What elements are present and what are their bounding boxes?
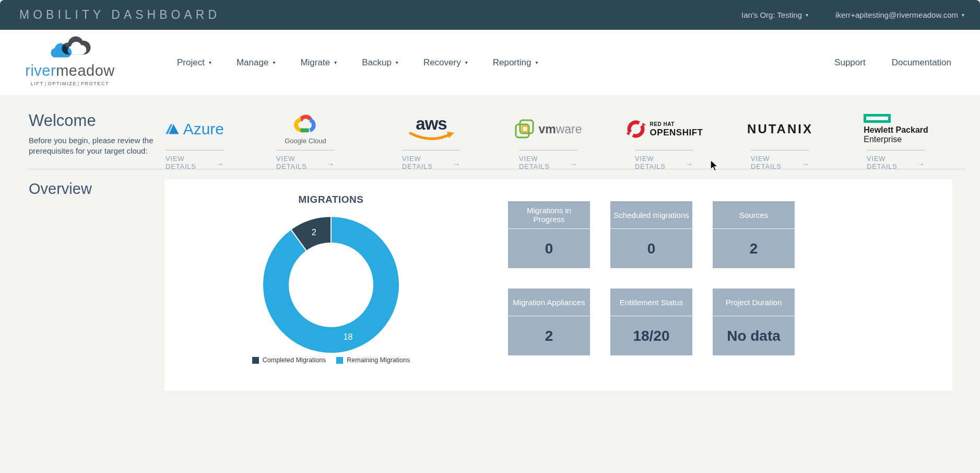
- section-divider: [29, 169, 966, 169]
- openshift-ring-icon: [625, 119, 646, 140]
- stat-card-migrations-in-progress: Migrations in Progress 0: [508, 201, 590, 268]
- hpe-view-details-link[interactable]: VIEW DETAILS →: [867, 150, 925, 170]
- chevron-down-icon: ▾: [396, 60, 398, 65]
- arrow-right-icon: →: [685, 158, 693, 167]
- provider-azure: Azure VIEW DETAILS →: [166, 108, 224, 170]
- stat-card-sources: Sources 2: [713, 201, 795, 268]
- hpe-logo-text: Enterprise: [864, 135, 902, 144]
- nav-menu-recovery[interactable]: Recovery▾: [423, 57, 468, 68]
- arrow-right-icon: →: [216, 158, 224, 167]
- nav-link-support[interactable]: Support: [834, 57, 866, 68]
- donut-value-label-0: 2: [312, 228, 316, 237]
- arrow-right-icon: →: [569, 158, 577, 167]
- provider-hpe: Hewlett Packard Enterprise VIEW DETAILS …: [867, 108, 925, 170]
- provider-redhat-openshift: RED HAT OPENSHIFT VIEW DETAILS →: [635, 108, 693, 170]
- aws-logo-text: aws: [416, 117, 446, 131]
- vmware-view-details-link[interactable]: VIEW DETAILS →: [519, 150, 577, 170]
- google-cloud-view-details-link[interactable]: VIEW DETAILS →: [276, 150, 335, 170]
- openshift-logo-text: OPENSHIFT: [650, 128, 703, 137]
- chevron-down-icon: ▾: [209, 60, 211, 65]
- legend-swatch-remaining: [336, 357, 343, 364]
- hpe-logo-icon: Hewlett Packard Enterprise: [867, 108, 925, 150]
- provider-nutanix: NUTANIX VIEW DETAILS →: [751, 108, 809, 170]
- google-cloud-logo-icon: Google Cloud: [276, 108, 335, 150]
- navbar: rivermeadow LIFT|OPTIMIZE|PROTECT Projec…: [0, 30, 980, 95]
- provider-google-cloud: Google Cloud VIEW DETAILS →: [276, 108, 335, 170]
- aws-view-details-link[interactable]: VIEW DETAILS →: [402, 150, 461, 170]
- vmware-boxes-icon: [514, 119, 535, 140]
- topbar-right: Ian's Org: Testing ▾ ikerr+apitesting@ri…: [741, 10, 964, 19]
- stat-value: 2: [508, 316, 590, 355]
- redhat-openshift-view-details-link[interactable]: VIEW DETAILS →: [635, 150, 693, 170]
- org-menu[interactable]: Ian's Org: Testing ▾: [741, 10, 808, 19]
- chart-legend: Completed Migrations Remaining Migration…: [227, 356, 435, 364]
- arrow-right-icon: →: [917, 158, 925, 167]
- hpe-rect-icon: [864, 114, 891, 123]
- aws-smile-icon: [408, 131, 454, 142]
- nutanix-view-details-link[interactable]: VIEW DETAILS →: [751, 150, 809, 170]
- azure-view-details-link[interactable]: VIEW DETAILS →: [166, 150, 224, 170]
- stat-card-project-duration: Project Duration No data: [713, 289, 795, 355]
- rivermeadow-cloud-icon: [47, 32, 93, 63]
- user-menu-label: ikerr+apitesting@rivermeadow.com: [835, 10, 958, 19]
- topbar: MOBILITY DASHBOARD Ian's Org: Testing ▾ …: [0, 0, 980, 30]
- chevron-down-icon: ▾: [535, 60, 538, 65]
- provider-aws: aws VIEW DETAILS →: [402, 108, 461, 170]
- brand-wordmark: rivermeadow: [23, 63, 117, 78]
- nutanix-logo-icon: NUTANIX: [751, 108, 809, 150]
- donut-value-label-1: 18: [344, 332, 353, 341]
- chevron-down-icon: ▾: [806, 12, 808, 18]
- stat-value: No data: [713, 316, 795, 355]
- legend-item-completed[interactable]: Completed Migrations: [252, 356, 326, 364]
- rivermeadow-logo[interactable]: rivermeadow LIFT|OPTIMIZE|PROTECT: [23, 32, 117, 86]
- welcome-heading: Welcome: [29, 111, 96, 130]
- brand-tagline: LIFT|OPTIMIZE|PROTECT: [23, 81, 117, 86]
- chevron-down-icon: ▾: [962, 12, 964, 18]
- azure-logo-text: Azure: [183, 120, 224, 138]
- stat-card-migration-appliances: Migration Appliances 2: [508, 289, 590, 355]
- nav-menu-project[interactable]: Project▾: [177, 57, 211, 68]
- stat-value: 18/20: [610, 316, 692, 355]
- pipe-separator: |: [44, 81, 48, 86]
- stat-cards: Migrations in Progress 0 Scheduled migra…: [508, 201, 795, 355]
- azure-triangle-icon: [166, 118, 179, 140]
- user-menu[interactable]: ikerr+apitesting@rivermeadow.com ▾: [835, 10, 964, 19]
- stat-value: 0: [610, 229, 692, 268]
- hpe-logo-text-top: Hewlett Packard: [864, 125, 928, 135]
- overview-panel: MIGRATIONS 218 Completed Migrations Rema…: [164, 179, 952, 391]
- nav-menu-manage[interactable]: Manage▾: [237, 57, 275, 68]
- stat-value: 2: [713, 229, 795, 268]
- stat-value: 0: [508, 229, 590, 268]
- nav-link-documentation[interactable]: Documentation: [892, 57, 951, 68]
- chevron-down-icon: ▾: [465, 60, 468, 65]
- redhat-openshift-logo-icon: RED HAT OPENSHIFT: [635, 108, 693, 150]
- mouse-cursor-icon: [709, 159, 719, 172]
- org-menu-label: Ian's Org: Testing: [741, 10, 802, 19]
- nav-menu-reporting[interactable]: Reporting▾: [493, 57, 538, 68]
- legend-item-remaining[interactable]: Remaining Migrations: [336, 356, 410, 364]
- google-cloud-icon: [293, 113, 317, 134]
- chevron-down-icon: ▾: [273, 60, 275, 65]
- stat-card-entitlement-status: Entitlement Status 18/20: [610, 289, 692, 355]
- pipe-separator: |: [77, 81, 81, 86]
- aws-logo-icon: aws: [402, 108, 461, 150]
- overview-heading: Overview: [29, 180, 92, 198]
- provider-vmware: vmware VIEW DETAILS →: [519, 108, 577, 170]
- arrow-right-icon: →: [326, 158, 335, 167]
- nav-menu-migrate[interactable]: Migrate▾: [300, 57, 337, 68]
- chart-title: MIGRATIONS: [253, 194, 409, 205]
- welcome-subtext: Before you begin, please review the prer…: [29, 135, 160, 156]
- donut-segment-1[interactable]: [263, 216, 399, 353]
- secondary-nav: Support Documentation: [834, 30, 951, 95]
- legend-swatch-completed: [252, 357, 259, 364]
- vmware-logo-icon: vmware: [519, 108, 577, 150]
- page-title: MOBILITY DASHBOARD: [19, 8, 220, 22]
- migrations-donut[interactable]: 218: [262, 215, 400, 354]
- redhat-logo-text: RED HAT: [650, 122, 703, 127]
- nav-menu-backup[interactable]: Backup▾: [362, 57, 398, 68]
- nutanix-logo-text: NUTANIX: [747, 122, 813, 136]
- chevron-down-icon: ▾: [334, 60, 337, 65]
- arrow-right-icon: →: [801, 158, 809, 167]
- vmware-logo-text-bold: vm: [538, 122, 556, 136]
- main-nav: Project▾ Manage▾ Migrate▾ Backup▾ Recove…: [177, 30, 538, 95]
